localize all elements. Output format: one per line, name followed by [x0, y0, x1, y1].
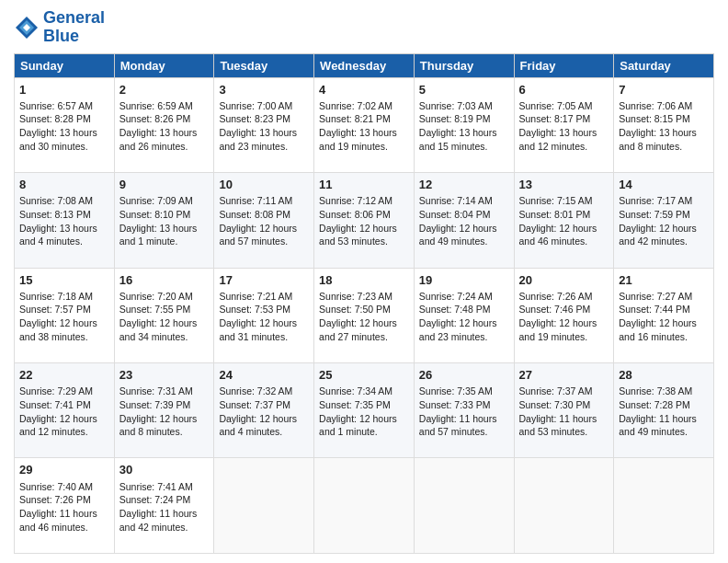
day-info: Sunset: 8:28 PM	[19, 112, 109, 126]
calendar-week-5: 29Sunrise: 7:40 AMSunset: 7:26 PMDayligh…	[15, 458, 714, 554]
day-info: Sunrise: 7:34 AM	[319, 385, 409, 398]
day-info: Sunset: 8:01 PM	[519, 208, 609, 222]
calendar-table: Sunday Monday Tuesday Wednesday Thursday…	[14, 53, 714, 554]
day-number: 14	[619, 177, 709, 193]
day-number: 15	[19, 272, 109, 289]
col-thursday: Thursday	[414, 53, 514, 77]
day-number: 26	[419, 367, 509, 384]
day-number: 18	[319, 272, 409, 289]
day-info: Sunset: 7:26 PM	[19, 493, 109, 507]
calendar-cell: 10Sunrise: 7:11 AMSunset: 8:08 PMDayligh…	[214, 173, 314, 268]
day-info: Daylight: 11 hours and 42 minutes.	[119, 507, 210, 534]
day-number: 9	[119, 177, 210, 193]
header: General Blue	[14, 9, 714, 46]
day-info: Sunrise: 7:27 AM	[619, 290, 709, 304]
day-number: 21	[619, 272, 709, 289]
day-info: Sunrise: 7:09 AM	[119, 194, 210, 208]
day-number: 3	[219, 82, 309, 98]
day-info: Sunset: 8:26 PM	[119, 112, 210, 126]
day-number: 10	[219, 177, 309, 193]
day-info: Sunrise: 7:02 AM	[319, 99, 409, 113]
day-info: Sunset: 8:17 PM	[519, 112, 609, 126]
logo-icon	[14, 15, 40, 40]
day-info: Daylight: 13 hours and 30 minutes.	[19, 126, 109, 153]
day-info: Daylight: 12 hours and 19 minutes.	[519, 316, 609, 343]
day-info: Sunset: 8:19 PM	[419, 112, 509, 126]
day-info: Sunset: 7:48 PM	[419, 303, 509, 316]
calendar-cell: 16Sunrise: 7:20 AMSunset: 7:55 PMDayligh…	[114, 268, 214, 362]
day-info: Daylight: 12 hours and 53 minutes.	[319, 222, 409, 248]
day-info: Daylight: 13 hours and 1 minute.	[119, 222, 210, 248]
day-number: 30	[119, 462, 210, 478]
calendar-cell: 13Sunrise: 7:15 AMSunset: 8:01 PMDayligh…	[514, 173, 614, 268]
calendar-cell: 21Sunrise: 7:27 AMSunset: 7:44 PMDayligh…	[614, 268, 714, 362]
calendar-cell	[314, 458, 415, 554]
day-info: Sunset: 7:57 PM	[19, 303, 109, 316]
day-number: 29	[19, 462, 109, 478]
day-info: Daylight: 12 hours and 23 minutes.	[419, 316, 509, 343]
day-info: Sunset: 7:46 PM	[519, 303, 609, 316]
day-info: Daylight: 12 hours and 8 minutes.	[119, 412, 210, 439]
calendar-cell: 26Sunrise: 7:35 AMSunset: 7:33 PMDayligh…	[414, 363, 514, 458]
calendar-week-2: 8Sunrise: 7:08 AMSunset: 8:13 PMDaylight…	[15, 173, 714, 268]
day-info: Sunset: 7:50 PM	[319, 303, 409, 316]
calendar-cell	[614, 458, 714, 554]
day-info: Sunrise: 7:05 AM	[519, 99, 609, 113]
day-info: Daylight: 13 hours and 12 minutes.	[519, 126, 609, 153]
day-info: Sunrise: 7:00 AM	[219, 99, 309, 113]
day-info: Sunset: 8:21 PM	[319, 112, 409, 126]
logo-general: General	[43, 8, 105, 27]
day-info: Daylight: 12 hours and 38 minutes.	[19, 316, 109, 343]
day-info: Daylight: 13 hours and 4 minutes.	[19, 222, 109, 248]
calendar-body: 1Sunrise: 6:57 AMSunset: 8:28 PMDaylight…	[15, 77, 714, 553]
day-info: Sunrise: 7:29 AM	[19, 385, 109, 398]
day-info: Daylight: 12 hours and 1 minute.	[319, 412, 409, 439]
calendar-cell: 9Sunrise: 7:09 AMSunset: 8:10 PMDaylight…	[114, 173, 214, 268]
day-info: Sunset: 7:24 PM	[119, 493, 210, 507]
day-info: Sunrise: 7:35 AM	[419, 385, 509, 398]
calendar-cell: 19Sunrise: 7:24 AMSunset: 7:48 PMDayligh…	[414, 268, 514, 362]
calendar-cell	[214, 458, 314, 554]
day-number: 20	[519, 272, 609, 289]
day-info: Sunset: 8:23 PM	[219, 112, 309, 126]
day-info: Sunset: 8:10 PM	[119, 208, 210, 222]
day-info: Daylight: 12 hours and 12 minutes.	[19, 412, 109, 439]
day-info: Daylight: 13 hours and 19 minutes.	[319, 126, 409, 153]
day-info: Sunset: 7:39 PM	[119, 398, 210, 412]
day-info: Sunrise: 7:31 AM	[119, 385, 210, 398]
day-info: Sunrise: 7:21 AM	[219, 290, 309, 304]
day-info: Sunset: 8:04 PM	[419, 208, 509, 222]
day-info: Daylight: 11 hours and 46 minutes.	[19, 507, 109, 534]
day-info: Sunrise: 7:24 AM	[419, 290, 509, 304]
calendar-cell: 8Sunrise: 7:08 AMSunset: 8:13 PMDaylight…	[15, 173, 115, 268]
day-number: 17	[219, 272, 309, 289]
day-info: Sunrise: 7:06 AM	[619, 99, 709, 113]
logo: General Blue	[14, 9, 105, 46]
day-number: 24	[219, 367, 309, 384]
calendar-cell: 25Sunrise: 7:34 AMSunset: 7:35 PMDayligh…	[314, 363, 415, 458]
col-monday: Monday	[114, 53, 214, 77]
day-number: 27	[519, 367, 609, 384]
logo-blue: Blue	[43, 27, 79, 45]
calendar-cell: 14Sunrise: 7:17 AMSunset: 7:59 PMDayligh…	[614, 173, 714, 268]
day-info: Daylight: 12 hours and 4 minutes.	[219, 412, 309, 439]
day-info: Sunrise: 7:17 AM	[619, 194, 709, 208]
calendar-cell: 22Sunrise: 7:29 AMSunset: 7:41 PMDayligh…	[15, 363, 115, 458]
calendar-week-4: 22Sunrise: 7:29 AMSunset: 7:41 PMDayligh…	[15, 363, 714, 458]
col-tuesday: Tuesday	[214, 53, 314, 77]
day-info: Sunset: 7:35 PM	[319, 398, 409, 412]
day-info: Sunrise: 7:40 AM	[19, 480, 109, 494]
day-info: Sunrise: 7:41 AM	[119, 480, 210, 494]
day-info: Sunrise: 6:57 AM	[19, 99, 109, 113]
day-number: 6	[519, 82, 609, 98]
day-info: Sunrise: 7:18 AM	[19, 290, 109, 304]
day-info: Sunrise: 7:15 AM	[519, 194, 609, 208]
calendar-cell: 18Sunrise: 7:23 AMSunset: 7:50 PMDayligh…	[314, 268, 415, 362]
day-info: Sunrise: 7:14 AM	[419, 194, 509, 208]
day-info: Daylight: 12 hours and 27 minutes.	[319, 316, 409, 343]
day-info: Sunrise: 7:23 AM	[319, 290, 409, 304]
calendar-cell	[414, 458, 514, 554]
day-info: Daylight: 12 hours and 57 minutes.	[219, 222, 309, 248]
day-number: 8	[19, 177, 109, 193]
day-info: Daylight: 12 hours and 49 minutes.	[419, 222, 509, 248]
